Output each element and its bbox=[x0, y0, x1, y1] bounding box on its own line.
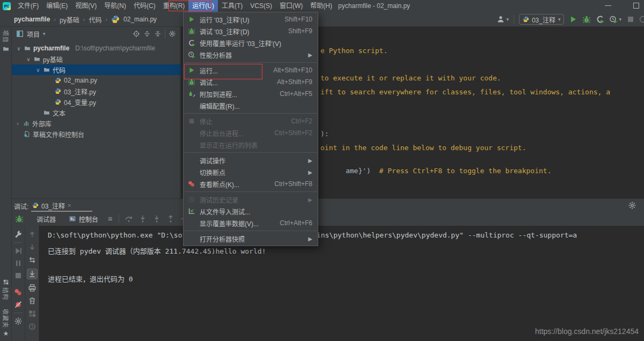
menu-item-run-current[interactable]: 运行 '03_注释'(U) Shift+F10 bbox=[184, 13, 318, 25]
annotation-box-run-debug-items bbox=[184, 64, 262, 79]
menubar-item-code[interactable]: 代码(C) bbox=[130, 0, 159, 12]
project-panel-title[interactable]: 项目 bbox=[27, 29, 40, 39]
tree-item-folder[interactable]: 文本 bbox=[12, 107, 181, 118]
history-clock-icon[interactable] bbox=[28, 322, 36, 331]
chevron-expanded-icon[interactable]: ∨ bbox=[35, 67, 41, 73]
scroll-to-end-button[interactable] bbox=[27, 269, 38, 279]
tab-console-label: 控制台 bbox=[79, 214, 98, 224]
tool-window-button-favorites[interactable]: 收藏夹 ★ bbox=[2, 309, 10, 337]
pause-icon[interactable] bbox=[14, 259, 23, 268]
tool-window-button-structure[interactable]: 结构 bbox=[2, 279, 10, 300]
restore-layout-icon[interactable] bbox=[28, 309, 36, 318]
breadcrumb-folder[interactable]: py基础 bbox=[60, 15, 79, 24]
run-configuration-select[interactable]: 03_注释 ▾ bbox=[519, 14, 565, 25]
view-breakpoints-icon[interactable] bbox=[14, 288, 23, 296]
user-button[interactable]: ▾ bbox=[496, 15, 509, 24]
gear-icon[interactable] bbox=[169, 30, 176, 38]
step-out-icon[interactable] bbox=[166, 214, 175, 223]
tree-item-label: py基础 bbox=[43, 55, 63, 64]
debug-panel-label: 调试: bbox=[14, 202, 28, 211]
debug-bug-icon bbox=[15, 214, 24, 223]
breadcrumb-file[interactable]: 02_main.py bbox=[123, 16, 157, 23]
breadcrumb-project[interactable]: pycharmfile bbox=[14, 16, 50, 23]
chevron-collapsed-icon[interactable]: › bbox=[15, 121, 20, 127]
tree-item-file[interactable]: 04_变量.py bbox=[12, 97, 181, 107]
debug-session-tab[interactable]: 03_注释 × bbox=[32, 200, 71, 211]
tree-item-label: 文本 bbox=[53, 108, 65, 117]
tab-debugger[interactable]: 调试器 bbox=[36, 214, 56, 224]
menubar-item-edit[interactable]: 编辑(E) bbox=[42, 0, 71, 12]
menu-item-import-tests[interactable]: 从文件导入测试... bbox=[184, 205, 318, 217]
expand-all-icon[interactable] bbox=[143, 30, 151, 38]
run-configuration-label: 03_注释 bbox=[532, 15, 555, 24]
menu-item-profiler[interactable]: 性能分析器 ▶ bbox=[184, 49, 318, 61]
gear-icon[interactable] bbox=[14, 317, 23, 325]
menubar-item-window[interactable]: 窗口(W) bbox=[276, 0, 306, 12]
menubar-item-vcs[interactable]: VCS(S) bbox=[246, 0, 276, 12]
down-stack-icon[interactable] bbox=[28, 243, 36, 251]
tree-item-file[interactable]: 02_main.py bbox=[12, 75, 181, 86]
project-panel-header: 项目 ▾ bbox=[12, 27, 180, 41]
menubar-item-view[interactable]: 视图(V) bbox=[71, 0, 100, 12]
options-menu-icon[interactable]: ≡ bbox=[108, 214, 112, 223]
star-icon: ★ bbox=[3, 330, 9, 337]
menu-item-show-coverage-data[interactable]: 显示覆盖率数据(V)... Ctrl+Alt+F6 bbox=[184, 217, 318, 229]
wrench-icon[interactable] bbox=[14, 230, 23, 239]
clear-console-icon[interactable] bbox=[28, 296, 36, 305]
window-minimize-button[interactable]: — bbox=[600, 0, 616, 11]
menu-item-run-with-coverage[interactable]: 使用覆盖率运行 '03_注释'(V) bbox=[184, 37, 318, 49]
mute-breakpoints-icon[interactable] bbox=[14, 300, 23, 309]
debug-button[interactable] bbox=[582, 15, 591, 24]
stop-button[interactable] bbox=[626, 15, 635, 24]
menu-item-debugging-actions[interactable]: 调试操作 ▶ bbox=[184, 154, 318, 166]
breadcrumb-folder[interactable]: 代码 bbox=[89, 15, 101, 24]
menu-item-debug-current[interactable]: 调试 '03_注释'(D) Shift+F9 bbox=[184, 25, 318, 37]
menu-item-edit-configurations[interactable]: 编辑配置(R)... bbox=[184, 100, 318, 112]
select-opened-file-icon[interactable] bbox=[133, 30, 140, 38]
close-icon[interactable]: × bbox=[68, 202, 71, 209]
tree-item-file[interactable]: 03_注释.py bbox=[12, 86, 181, 97]
debug-console[interactable]: D:\soft\python\python.exe "D:\soft\pycha… bbox=[39, 226, 644, 341]
print-icon[interactable] bbox=[28, 284, 36, 292]
collapse-all-icon[interactable] bbox=[154, 30, 162, 38]
coverage-icon bbox=[187, 39, 196, 47]
chevron-expanded-icon[interactable]: ∨ bbox=[16, 46, 21, 51]
step-over-icon[interactable] bbox=[125, 214, 133, 223]
tree-item-scratches[interactable]: 草稿文件和控制台 bbox=[12, 129, 181, 139]
tree-item-folder-selected[interactable]: ∨ 代码 bbox=[12, 64, 181, 75]
force-step-into-icon[interactable] bbox=[152, 214, 161, 223]
menu-item-attach-to-process[interactable]: 附加到进程... Ctrl+Alt+F5 bbox=[184, 88, 318, 100]
window-maximize-button[interactable] bbox=[633, 3, 639, 9]
tab-console[interactable]: 控制台 bbox=[69, 214, 98, 224]
show-execution-point-icon[interactable] bbox=[28, 256, 36, 264]
gear-icon[interactable] bbox=[628, 201, 636, 210]
scroll-to-end-icon bbox=[28, 270, 36, 278]
tree-item-label: 02_main.py bbox=[64, 77, 97, 84]
up-stack-icon[interactable] bbox=[28, 230, 36, 239]
stop-icon[interactable] bbox=[14, 271, 23, 280]
tree-item-path: D:\soft\pycharm\pycharmfile bbox=[75, 45, 155, 52]
search-icon[interactable] bbox=[640, 16, 644, 23]
menubar-item-tools[interactable]: 工具(T) bbox=[218, 0, 246, 12]
menubar-item-navigate[interactable]: 导航(N) bbox=[100, 0, 130, 12]
menu-item-view-breakpoints[interactable]: 查看断点(K)... Ctrl+Shift+F8 bbox=[184, 178, 318, 190]
menu-item-shortcut: Shift+F9 bbox=[279, 27, 312, 35]
tool-window-button-project[interactable]: 项目 bbox=[0, 30, 12, 52]
menu-item-toggle-breakpoint[interactable]: 切换断点 ▶ bbox=[184, 166, 318, 178]
menubar-item-file[interactable]: 文件(F) bbox=[14, 0, 42, 12]
run-with-coverage-button[interactable] bbox=[596, 15, 604, 24]
tree-item-folder[interactable]: ∨ py基础 bbox=[12, 54, 181, 64]
profiler-button[interactable]: ▾ bbox=[609, 15, 621, 24]
menu-item-shortcut: Ctrl+Alt+F5 bbox=[270, 90, 312, 98]
step-into-icon[interactable] bbox=[138, 214, 147, 223]
chevron-expanded-icon[interactable]: ∨ bbox=[26, 56, 31, 62]
menubar-item-help[interactable]: 帮助(H) bbox=[306, 0, 336, 12]
menu-item-open-profiler-snapshot[interactable]: 打开分析器快照 ▶ bbox=[184, 233, 318, 244]
python-file-icon bbox=[55, 99, 61, 105]
tree-item-external-libraries[interactable]: › 外部库 bbox=[12, 118, 181, 129]
run-button[interactable] bbox=[569, 15, 577, 24]
chevron-down-icon: ▾ bbox=[619, 17, 621, 22]
resume-icon[interactable] bbox=[14, 247, 23, 255]
python-icon bbox=[32, 202, 39, 209]
tree-item-project-root[interactable]: ∨ pycharmfile D:\soft\pycharm\pycharmfil… bbox=[12, 43, 181, 54]
